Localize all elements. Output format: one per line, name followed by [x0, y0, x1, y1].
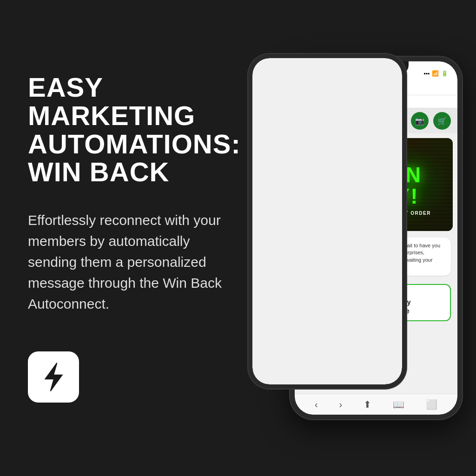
headline: EASY MARKETING AUTOMATIONS: WIN BACK — [28, 73, 241, 187]
app-icon-camera[interactable]: 📷 — [411, 112, 429, 130]
status-icons: ▪▪▪ 📶 🔋 — [423, 70, 448, 77]
right-section: 4:20 ▪▪▪ 📶 🔋 ‹ Messages AA — [264, 0, 476, 476]
camera-icon: 📷 — [415, 117, 424, 126]
wifi-icon: 📶 — [432, 70, 439, 77]
phone-frame-background — [248, 54, 406, 389]
share-icon[interactable]: ⬆ — [364, 399, 371, 410]
forward-nav-icon[interactable]: › — [339, 399, 343, 410]
main-container: EASY MARKETING AUTOMATIONS: WIN BACK Eff… — [0, 0, 476, 476]
bookmarks-icon[interactable]: 📖 — [393, 399, 404, 410]
left-section: EASY MARKETING AUTOMATIONS: WIN BACK Eff… — [0, 0, 264, 476]
battery-icon: 🔋 — [441, 70, 448, 77]
cart-icon: 🛒 — [437, 117, 447, 126]
phone-screen-background — [252, 58, 402, 384]
bolt-icon — [41, 361, 66, 393]
browser-bar: ‹ › ⬆ 📖 ⬜ — [295, 394, 457, 415]
description: Effortlessly reconnect with your members… — [28, 210, 241, 314]
tabs-icon[interactable]: ⬜ — [426, 399, 437, 410]
back-nav-icon[interactable]: ‹ — [315, 399, 318, 410]
app-icon-cart[interactable]: 🛒 — [433, 112, 451, 130]
signal-icon: ▪▪▪ — [423, 70, 430, 77]
logo-box — [28, 351, 79, 403]
